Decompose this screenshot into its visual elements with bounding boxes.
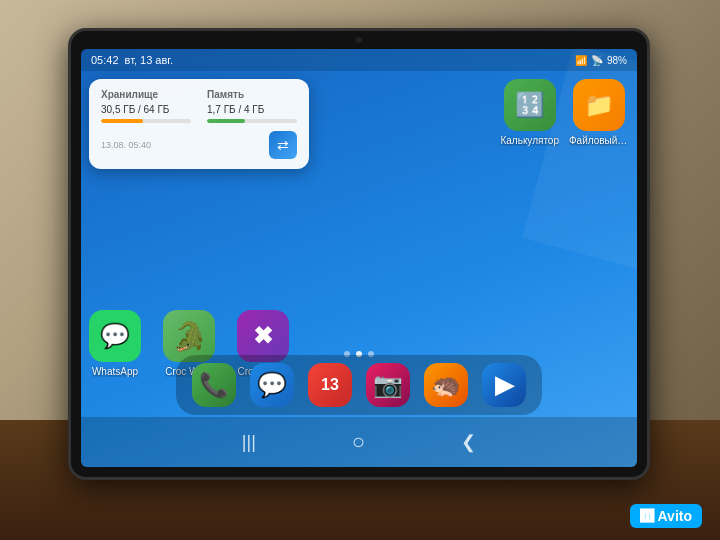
date-display: вт, 13 авг. bbox=[125, 54, 174, 66]
camera-dock-icon: 📷 bbox=[366, 363, 410, 407]
signal-icon: 📶 bbox=[575, 55, 587, 66]
whatsapp-icon: 💬 bbox=[89, 310, 141, 362]
memory-progress-fill bbox=[207, 119, 245, 123]
storage-widget: Хранилище 30,5 ГБ / 64 ГБ Память 1,7 ГБ … bbox=[89, 79, 309, 169]
phone-dock-icon: 📞 bbox=[192, 363, 236, 407]
front-camera bbox=[356, 37, 362, 43]
right-apps-row: 🔢 Калькулятор 📁 Файловый мен... bbox=[500, 79, 629, 146]
storage-progress-fill bbox=[101, 119, 143, 123]
widget-footer: 13.08. 05:40 ⇄ bbox=[101, 131, 297, 159]
calendar-dock-icon: 13 bbox=[308, 363, 352, 407]
widget-datetime: 13.08. 05:40 bbox=[101, 140, 151, 150]
memory-value: 1,7 ГБ / 4 ГБ bbox=[207, 104, 297, 115]
back-button[interactable]: ❮ bbox=[453, 423, 484, 461]
avito-label: Avito bbox=[658, 508, 692, 524]
memory-label: Память bbox=[207, 89, 297, 100]
dock: 📞 💬 13 📷 🦔 ▶ bbox=[176, 355, 542, 415]
storage-label: Хранилище bbox=[101, 89, 191, 100]
storage-col: Хранилище 30,5 ГБ / 64 ГБ bbox=[101, 89, 191, 123]
wifi-icon: 📡 bbox=[591, 55, 603, 66]
tablet-device: 05:42 вт, 13 авг. 📶 📡 98% Хранилище 30,5… bbox=[68, 28, 650, 480]
widget-row: Хранилище 30,5 ГБ / 64 ГБ Память 1,7 ГБ … bbox=[101, 89, 297, 123]
battery-percent: 98% bbox=[607, 55, 627, 66]
storage-value: 30,5 ГБ / 64 ГБ bbox=[101, 104, 191, 115]
messages-dock-app[interactable]: 💬 bbox=[250, 363, 294, 407]
messages-dock-icon: 💬 bbox=[250, 363, 294, 407]
calculator-icon: 🔢 bbox=[504, 79, 556, 131]
memory-progress-bar bbox=[207, 119, 297, 123]
calculator-app[interactable]: 🔢 Калькулятор bbox=[500, 79, 559, 146]
home-button[interactable]: ○ bbox=[344, 421, 373, 463]
play-dock-app[interactable]: ▶ bbox=[482, 363, 526, 407]
status-left: 05:42 вт, 13 авг. bbox=[91, 54, 173, 66]
status-right: 📶 📡 98% bbox=[575, 55, 627, 66]
navigation-bar: ||| ○ ❮ bbox=[81, 417, 637, 467]
camera-dock-app[interactable]: 📷 bbox=[366, 363, 410, 407]
filemanager-label: Файловый мен... bbox=[569, 135, 629, 146]
status-bar: 05:42 вт, 13 авг. 📶 📡 98% bbox=[81, 49, 637, 71]
filemanager-app[interactable]: 📁 Файловый мен... bbox=[569, 79, 629, 146]
calendar-dock-app[interactable]: 13 bbox=[308, 363, 352, 407]
gallery-dock-app[interactable]: 🦔 bbox=[424, 363, 468, 407]
whatsapp-app[interactable]: 💬 WhatsApp bbox=[89, 310, 141, 377]
avito-logo-icon: 🅰 bbox=[640, 508, 657, 524]
avito-badge: 🅰 Avito bbox=[630, 504, 702, 528]
play-dock-icon: ▶ bbox=[482, 363, 526, 407]
tablet-screen: 05:42 вт, 13 авг. 📶 📡 98% Хранилище 30,5… bbox=[81, 49, 637, 467]
storage-progress-bar bbox=[101, 119, 191, 123]
photo-background: 05:42 вт, 13 авг. 📶 📡 98% Хранилище 30,5… bbox=[0, 0, 720, 540]
time-display: 05:42 bbox=[91, 54, 119, 66]
whatsapp-label: WhatsApp bbox=[92, 366, 138, 377]
gallery-dock-icon: 🦔 bbox=[424, 363, 468, 407]
phone-dock-app[interactable]: 📞 bbox=[192, 363, 236, 407]
calculator-label: Калькулятор bbox=[500, 135, 559, 146]
memory-col: Память 1,7 ГБ / 4 ГБ bbox=[207, 89, 297, 123]
recent-apps-button[interactable]: ||| bbox=[234, 424, 264, 461]
filemanager-icon: 📁 bbox=[573, 79, 625, 131]
widget-transfer-icon: ⇄ bbox=[269, 131, 297, 159]
